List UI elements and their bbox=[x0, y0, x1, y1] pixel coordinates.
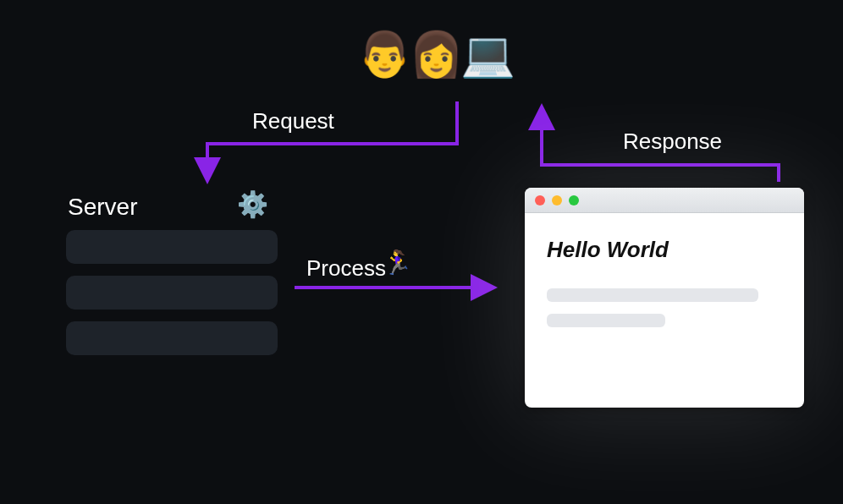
diagram-stage: 👨👩💻 Request Response Process Server ⚙️ 🏃… bbox=[0, 0, 843, 504]
browser-heading: Hello World bbox=[547, 237, 782, 263]
browser-body: Hello World bbox=[525, 213, 804, 327]
server-row bbox=[66, 276, 278, 310]
placeholder-line bbox=[547, 288, 758, 302]
runner-icon: 🏃‍♀️ bbox=[383, 249, 412, 277]
label-response: Response bbox=[623, 129, 722, 155]
users-row: 👨👩💻 bbox=[357, 32, 512, 76]
browser-titlebar bbox=[525, 188, 804, 213]
placeholder-line bbox=[547, 314, 665, 327]
label-server: Server bbox=[68, 194, 137, 221]
label-process: Process bbox=[306, 255, 386, 282]
traffic-light-yellow-icon bbox=[552, 195, 562, 205]
woman-icon: 👩 bbox=[409, 32, 460, 76]
traffic-light-green-icon bbox=[569, 195, 579, 205]
gear-icon: ⚙️ bbox=[237, 189, 268, 219]
label-request: Request bbox=[252, 108, 334, 134]
laptop-icon: 💻 bbox=[460, 32, 512, 76]
server-row bbox=[66, 321, 278, 355]
traffic-light-red-icon bbox=[535, 195, 545, 205]
server-row bbox=[66, 230, 278, 264]
man-icon: 👨 bbox=[357, 32, 409, 76]
browser-window: Hello World bbox=[525, 188, 804, 408]
